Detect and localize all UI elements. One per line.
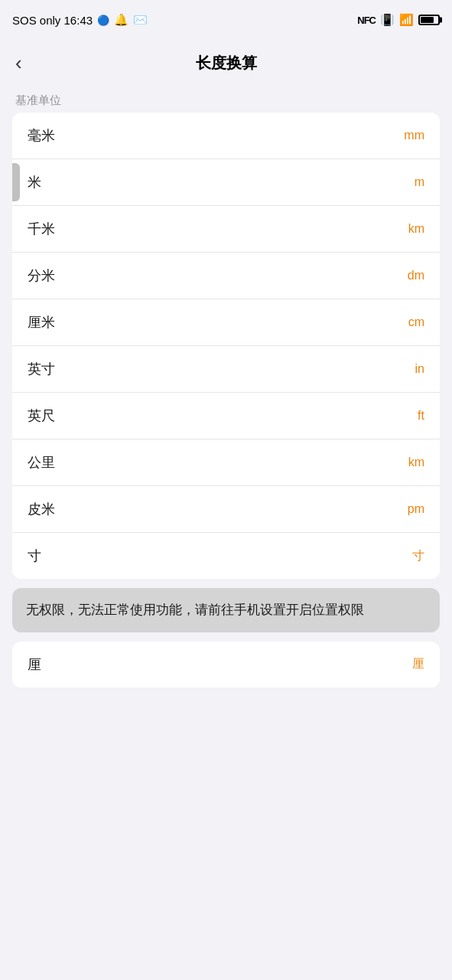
unit-abbr: m bbox=[415, 175, 424, 189]
unit-abbr: ft bbox=[418, 409, 424, 423]
permission-text: 无权限，无法正常使用功能，请前往手机设置开启位置权限 bbox=[26, 603, 364, 617]
unit-label: 分米 bbox=[28, 266, 55, 285]
mail-icon: ✉️ bbox=[133, 13, 148, 27]
list-item[interactable]: 分米 dm bbox=[12, 253, 440, 299]
unit-label: 厘米 bbox=[28, 313, 55, 332]
list-item-active[interactable]: › 米 m bbox=[12, 159, 440, 206]
header: ‹ 长度换算 bbox=[0, 40, 452, 86]
unit-abbr: 寸 bbox=[412, 548, 424, 564]
status-bar: SOS only 16:43 🔵 🔔 ✉️ NFC 📳 📶 bbox=[0, 0, 452, 40]
wifi-icon: 📶 bbox=[399, 13, 414, 27]
unit-label: 千米 bbox=[28, 220, 55, 238]
list-item[interactable]: 厘米 cm bbox=[12, 299, 440, 346]
unit-label: 英尺 bbox=[28, 407, 55, 425]
section-label: 基准单位 bbox=[0, 86, 452, 113]
back-button[interactable]: ‹ bbox=[15, 53, 22, 73]
unit-abbr: in bbox=[415, 362, 424, 376]
status-right: NFC 📳 📶 bbox=[357, 13, 440, 27]
unit-abbr: mm bbox=[404, 129, 424, 142]
unit-abbr: pm bbox=[408, 502, 424, 516]
unit-label: 皮米 bbox=[28, 500, 55, 518]
unit-label: 米 bbox=[28, 173, 41, 191]
dot-icon: 🔵 bbox=[97, 15, 109, 26]
extra-unit-list: 厘 厘 bbox=[12, 642, 440, 688]
list-item[interactable]: 厘 厘 bbox=[12, 642, 440, 688]
unit-abbr: dm bbox=[408, 269, 424, 283]
list-item[interactable]: 英尺 ft bbox=[12, 393, 440, 439]
permission-tooltip: 无权限，无法正常使用功能，请前往手机设置开启位置权限 bbox=[12, 588, 440, 632]
page-title: 长度换算 bbox=[196, 53, 257, 74]
list-item[interactable]: 毫米 mm bbox=[12, 113, 440, 159]
vibrate-icon: 📳 bbox=[380, 13, 395, 27]
status-left: SOS only 16:43 🔵 🔔 ✉️ bbox=[12, 13, 148, 27]
list-item[interactable]: 英寸 in bbox=[12, 346, 440, 393]
unit-abbr: cm bbox=[408, 315, 424, 329]
battery-fill bbox=[421, 17, 434, 23]
unit-abbr: 厘 bbox=[412, 656, 424, 672]
list-item[interactable]: 千米 km bbox=[12, 206, 440, 253]
list-item[interactable]: 公里 km bbox=[12, 439, 440, 486]
unit-abbr: km bbox=[408, 456, 424, 469]
unit-list: 毫米 mm › 米 m 千米 km 分米 dm 厘米 cm 英寸 in 英尺 f… bbox=[12, 113, 440, 579]
unit-label: 寸 bbox=[28, 547, 41, 565]
unit-label: 毫米 bbox=[28, 126, 55, 145]
unit-abbr: km bbox=[408, 222, 424, 236]
unit-label: 厘 bbox=[28, 655, 41, 674]
unit-label: 英寸 bbox=[28, 360, 55, 378]
status-text: SOS only 16:43 bbox=[12, 14, 93, 27]
unit-label: 公里 bbox=[28, 453, 55, 472]
list-item[interactable]: 寸 寸 bbox=[12, 533, 440, 579]
active-chevron-tab: › bbox=[12, 163, 20, 201]
battery-icon bbox=[418, 15, 440, 25]
list-item[interactable]: 皮米 pm bbox=[12, 486, 440, 533]
nfc-icon: NFC bbox=[357, 15, 376, 26]
bell-icon: 🔔 bbox=[114, 13, 128, 27]
